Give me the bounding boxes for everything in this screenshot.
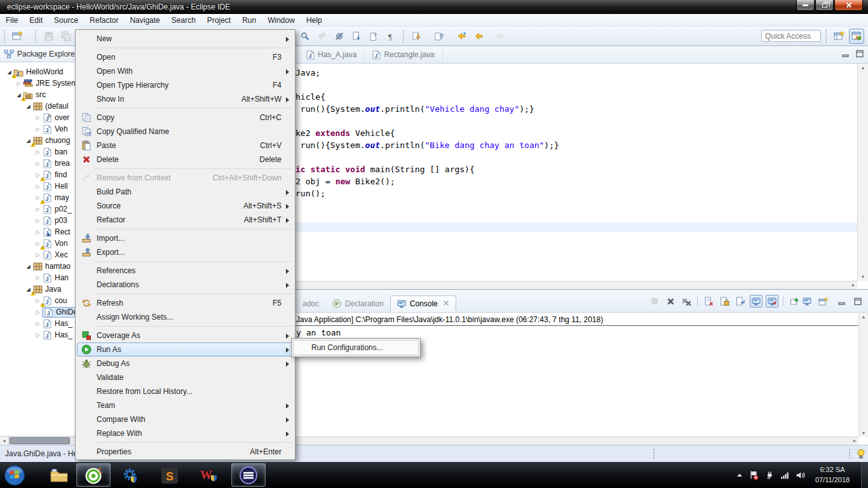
code-editor[interactable]: Java;hicle{ run(){System.out.println("Ve… [294,64,857,281]
menu-item-team[interactable]: Team [77,398,294,412]
menu-item-copy[interactable]: CopyCtrl+C [77,111,294,125]
expand-arrow-icon[interactable]: ▷ [34,275,42,281]
scroll-left-arrow[interactable]: ◂ [0,437,9,445]
display-console-icon[interactable] [804,295,817,308]
taskbar-app-w-shield-icon[interactable]: W [192,463,226,487]
console-view-tab-declaration[interactable]: Declaration [325,295,390,312]
new-wizard-icon[interactable] [10,29,31,44]
expand-arrow-icon[interactable]: ▷ [15,81,23,86]
taskbar-clock[interactable]: 6:32 SA 07/11/2018 [807,464,858,485]
menu-item-run-configurations[interactable]: Run Configurations... [293,340,419,355]
editor-tab-rectangle-java[interactable]: JRectangle.java [365,46,442,63]
scroll-right-arrow[interactable]: ▸ [852,282,855,288]
menu-item-show-in[interactable]: Show InAlt+Shift+W [77,92,294,106]
close-tab-icon[interactable] [443,299,449,308]
scroll-down-arrow[interactable]: ▼ [858,274,868,279]
expand-arrow-icon[interactable]: ▷ [34,207,42,212]
quick-access-input[interactable] [761,30,821,42]
start-button[interactable] [3,464,26,487]
action-center-icon[interactable] [749,470,759,480]
console-view-tab-console[interactable]: Console [390,295,456,312]
close-button[interactable] [834,0,863,11]
tray-expand-icon[interactable] [736,471,743,479]
skip-breakpoints-icon[interactable] [332,29,347,44]
collapse-arrow-icon[interactable]: ◢ [24,264,32,269]
mark-occurrences-icon[interactable] [315,29,330,44]
expand-arrow-icon[interactable]: ▷ [34,229,42,235]
taskbar-app-security-gear-icon[interactable] [113,463,147,487]
stdout-monitor-icon[interactable] [750,295,763,308]
editor-tab-has-a-java[interactable]: JHas_A.java [299,46,365,63]
menu-item-restore-from-local-history-[interactable]: Restore from Local History... [77,384,294,398]
scroll-up-arrow[interactable]: ▲ [859,315,868,319]
editor-vertical-scrollbar[interactable]: ▲ ▼ [857,64,868,281]
menu-item-build-path[interactable]: Build Path [77,185,294,199]
menu-item-run-as[interactable]: Run As [77,342,294,356]
menu-item-compare-with[interactable]: Compare With [77,412,294,426]
menu-item-open-type-hierarchy[interactable]: Open Type HierarchyF4 [77,78,294,92]
next-annotation-icon[interactable] [349,29,364,44]
menu-item-open-with[interactable]: Open With [77,64,294,78]
menu-item-refresh[interactable]: RefreshF5 [77,296,294,310]
menubar-item-file[interactable]: File [0,14,24,27]
menu-item-source[interactable]: SourceAlt+Shift+S [77,199,294,213]
menu-item-remove-from-context[interactable]: Remove from ContextCtrl+Alt+Shift+Down [77,171,294,185]
maximize-view-icon[interactable] [851,295,864,308]
minimize-button[interactable] [796,0,815,11]
taskbar-app-explorer-icon[interactable] [42,463,76,487]
save-icon[interactable] [41,29,57,44]
menu-item-assign-working-sets-[interactable]: Assign Working Sets... [77,310,294,324]
menu-item-properties[interactable]: PropertiesAlt+Enter [77,445,294,459]
word-wrap-icon[interactable] [734,295,747,308]
console-view-tab-adoc[interactable]: adoc [296,295,325,312]
scroll-up-arrow[interactable]: ▲ [858,65,868,70]
power-plug-icon[interactable] [764,470,775,480]
expand-arrow-icon[interactable]: ▷ [34,252,42,258]
menu-item-validate[interactable]: Validate [77,370,294,384]
menubar-item-search[interactable]: Search [166,14,201,27]
show-whitespace-icon[interactable]: ¶ [383,29,398,44]
lightbulb-icon[interactable] [857,449,865,459]
back-icon[interactable] [471,29,491,44]
clear-console-icon[interactable] [702,295,715,308]
go-into-icon[interactable] [431,29,452,44]
expand-arrow-icon[interactable]: ▷ [34,332,42,338]
menubar-item-window[interactable]: Window [262,14,301,27]
open-console-icon[interactable] [820,295,832,308]
taskbar-app-eclipse-icon[interactable] [231,463,266,487]
menu-item-open[interactable]: OpenF3 [77,50,294,64]
remove-terminated-icon[interactable] [680,295,693,308]
menu-item-delete[interactable]: DeleteDelete [77,152,294,166]
menu-item-paste[interactable]: PasteCtrl+V [77,139,294,152]
expand-arrow-icon[interactable]: ▷ [34,218,42,224]
volume-icon[interactable] [796,471,806,480]
expand-arrow-icon[interactable]: ▷ [34,161,42,166]
taskbar-app-sublime-icon[interactable]: S [153,463,187,487]
back-star-icon[interactable] [454,29,469,44]
taskbar-app-coccoc-icon[interactable] [76,463,111,487]
collapse-arrow-icon[interactable]: ◢ [24,104,32,109]
menu-item-replace-with[interactable]: Replace With [77,426,294,440]
minimize-view-icon[interactable] [841,50,850,58]
menubar-item-help[interactable]: Help [301,14,328,27]
menubar-item-source[interactable]: Source [48,14,84,27]
maximize-view-icon[interactable] [855,50,864,58]
expand-arrow-icon[interactable]: ▷ [34,149,42,155]
stderr-monitor-icon[interactable] [766,295,778,308]
menubar-item-edit[interactable]: Edit [24,14,48,27]
menu-item-references[interactable]: References [77,264,294,278]
menu-item-export-[interactable]: Export... [77,245,294,259]
menubar-item-run[interactable]: Run [236,14,262,27]
forward-icon[interactable] [493,29,513,44]
scroll-thumb[interactable] [10,437,70,444]
menu-item-copy-qualified-name[interactable]: abCopy Qualified Name [77,125,294,139]
console-content[interactable]: Java Application] C:\Program Files\Java\… [294,313,858,437]
show-desktop-button[interactable] [861,462,868,488]
editor-horizontal-scrollbar[interactable]: ▸ [294,281,857,289]
menu-item-refactor[interactable]: RefactorAlt+Shift+T [77,213,294,227]
terminate-icon[interactable] [664,295,677,308]
java-perspective-icon[interactable]: J [849,29,864,44]
menu-item-coverage-as[interactable]: Coverage As [77,329,294,342]
previous-annotation-icon[interactable] [366,29,381,44]
pin-console-icon[interactable] [788,295,801,308]
